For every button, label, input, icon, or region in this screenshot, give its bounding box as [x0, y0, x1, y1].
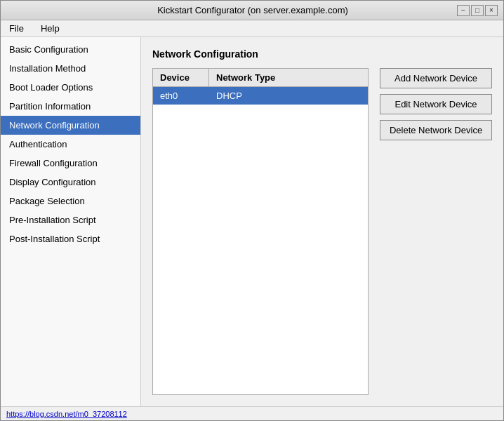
column-device: Device	[153, 69, 209, 86]
table-row[interactable]: eth0DHCP	[153, 87, 368, 105]
network-table: Device Network Type eth0DHCP	[152, 68, 369, 395]
status-url[interactable]: https://blog.csdn.net/m0_37208112	[6, 410, 127, 418]
cell-network-type: DHCP	[209, 87, 368, 105]
sidebar-item-authentication[interactable]: Authentication	[1, 135, 140, 154]
sidebar-item-pre-install[interactable]: Pre-Installation Script	[1, 210, 140, 229]
main-window: Kickstart Configurator (on server.exampl…	[0, 0, 504, 421]
menu-help[interactable]: Help	[38, 22, 62, 35]
section-title: Network Configuration	[152, 48, 492, 60]
sidebar-item-post-install[interactable]: Post-Installation Script	[1, 229, 140, 248]
sidebar-item-firewall-config[interactable]: Firewall Configuration	[1, 154, 140, 173]
main-panel: Network Configuration Device Network Typ…	[141, 37, 503, 406]
sidebar-item-package-selection[interactable]: Package Selection	[1, 192, 140, 210]
table-body: eth0DHCP	[153, 87, 368, 105]
maximize-button[interactable]: □	[471, 5, 484, 16]
cell-device: eth0	[153, 87, 209, 105]
add-network-device-button[interactable]: Add Network Device	[380, 68, 492, 88]
window-title: Kickstart Configurator (on server.exampl…	[48, 5, 457, 15]
sidebar-item-partition-info[interactable]: Partition Information	[1, 97, 140, 116]
window-controls: − □ ×	[457, 5, 498, 16]
button-panel: Add Network Device Edit Network Device D…	[380, 68, 492, 395]
table-header: Device Network Type	[153, 69, 368, 87]
content-area: Basic ConfigurationInstallation MethodBo…	[1, 37, 503, 406]
title-bar: Kickstart Configurator (on server.exampl…	[1, 1, 503, 20]
menu-file[interactable]: File	[6, 22, 27, 35]
sidebar-item-boot-loader[interactable]: Boot Loader Options	[1, 78, 140, 97]
minimize-button[interactable]: −	[457, 5, 470, 16]
sidebar-item-installation-method[interactable]: Installation Method	[1, 59, 140, 78]
sidebar: Basic ConfigurationInstallation MethodBo…	[1, 37, 141, 406]
close-button[interactable]: ×	[485, 5, 498, 16]
status-bar: https://blog.csdn.net/m0_37208112	[1, 406, 503, 420]
network-content: Device Network Type eth0DHCP Add Network…	[152, 68, 492, 395]
sidebar-item-display-config[interactable]: Display Configuration	[1, 173, 140, 192]
sidebar-item-basic-config[interactable]: Basic Configuration	[1, 40, 140, 59]
sidebar-item-network-config[interactable]: Network Configuration	[1, 116, 140, 135]
delete-network-device-button[interactable]: Delete Network Device	[380, 120, 492, 140]
menu-bar: File Help	[1, 20, 503, 37]
edit-network-device-button[interactable]: Edit Network Device	[380, 94, 492, 114]
column-network-type: Network Type	[209, 69, 368, 86]
